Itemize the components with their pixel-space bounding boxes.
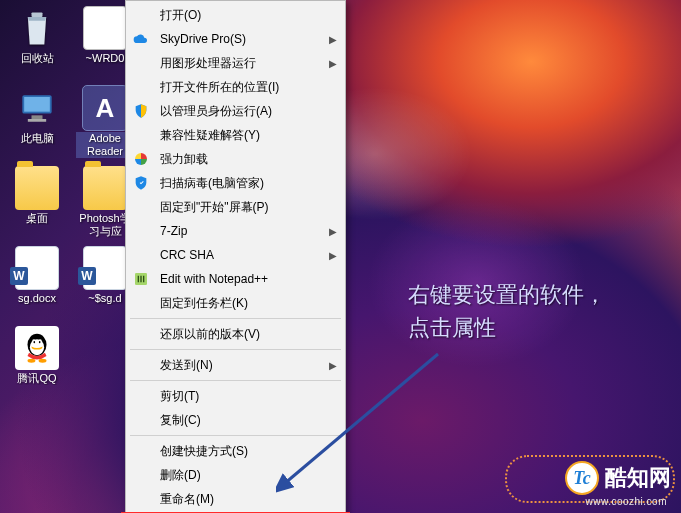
guard-icon xyxy=(132,174,150,192)
svg-rect-0 xyxy=(32,12,43,17)
document-icon xyxy=(83,6,127,50)
svg-rect-4 xyxy=(28,119,46,122)
icon-qq[interactable]: 腾讯QQ xyxy=(8,326,66,400)
menu-item-4[interactable]: 以管理员身份运行(A) xyxy=(126,99,345,123)
menu-item-14[interactable]: 还原以前的版本(V) xyxy=(126,322,345,346)
svg-rect-2 xyxy=(24,97,50,112)
annotation-line2: 点击属性 xyxy=(408,311,606,344)
menu-item-label: 打开(O) xyxy=(160,7,201,24)
word-doc-icon xyxy=(83,246,127,290)
menu-item-11[interactable]: Edit with Notepad++ xyxy=(126,267,345,291)
menu-item-label: 7-Zip xyxy=(160,224,187,238)
menu-item-23[interactable]: 重命名(M) xyxy=(126,487,345,511)
qq-icon xyxy=(15,326,59,370)
menu-item-16[interactable]: 发送到(N)▶ xyxy=(126,353,345,377)
svg-point-10 xyxy=(39,341,41,343)
menu-item-3[interactable]: 打开文件所在的位置(I) xyxy=(126,75,345,99)
menu-item-5[interactable]: 兼容性疑难解答(Y) xyxy=(126,123,345,147)
context-menu: 打开(O)SkyDrive Pro(S)▶用图形处理器运行▶打开文件所在的位置(… xyxy=(125,0,346,513)
chevron-right-icon: ▶ xyxy=(329,226,337,237)
shield-icon xyxy=(132,102,150,120)
watermark: Tc 酷知网 xyxy=(565,461,671,495)
folder-icon xyxy=(15,166,59,210)
menu-item-label: 以管理员身份运行(A) xyxy=(160,103,272,120)
chevron-right-icon: ▶ xyxy=(329,250,337,261)
watermark-url: www.coozhi.com xyxy=(586,496,667,507)
menu-item-21[interactable]: 创建快捷方式(S) xyxy=(126,439,345,463)
menu-item-1[interactable]: SkyDrive Pro(S)▶ xyxy=(126,27,345,51)
menu-item-label: 固定到"开始"屏幕(P) xyxy=(160,199,269,216)
word-doc-icon xyxy=(15,246,59,290)
menu-item-0[interactable]: 打开(O) xyxy=(126,3,345,27)
cloud-icon xyxy=(132,30,150,48)
menu-separator xyxy=(130,349,341,350)
folder-icon xyxy=(83,166,127,210)
desktop-icon-grid: 回收站 ~WRD0 此电脑 A Adobe Reader 桌面 Photosh学… xyxy=(8,6,134,400)
menu-item-label: 复制(C) xyxy=(160,412,201,429)
adobe-reader-icon: A xyxy=(83,86,127,130)
svg-point-9 xyxy=(34,341,36,343)
annotation-text: 右键要设置的软件， 点击属性 xyxy=(408,278,606,344)
menu-item-18[interactable]: 剪切(T) xyxy=(126,384,345,408)
menu-item-22[interactable]: 删除(D) xyxy=(126,463,345,487)
menu-item-label: 固定到任务栏(K) xyxy=(160,295,248,312)
icon-recycle-bin[interactable]: 回收站 xyxy=(8,6,66,80)
menu-item-10[interactable]: CRC SHA▶ xyxy=(126,243,345,267)
watermark-logo-icon: Tc xyxy=(565,461,599,495)
menu-item-8[interactable]: 固定到"开始"屏幕(P) xyxy=(126,195,345,219)
menu-item-label: 强力卸载 xyxy=(160,151,208,168)
menu-item-label: CRC SHA xyxy=(160,248,214,262)
annotation-line1: 右键要设置的软件， xyxy=(408,278,606,311)
menu-separator xyxy=(130,318,341,319)
watermark-brand: 酷知网 xyxy=(605,463,671,493)
icon-this-pc[interactable]: 此电脑 xyxy=(8,86,66,160)
svg-rect-3 xyxy=(32,115,43,119)
icon-label: 桌面 xyxy=(8,212,66,225)
menu-item-19[interactable]: 复制(C) xyxy=(126,408,345,432)
icon-label: 回收站 xyxy=(8,52,66,65)
menu-item-12[interactable]: 固定到任务栏(K) xyxy=(126,291,345,315)
icon-sg-docx[interactable]: sg.docx xyxy=(8,246,66,320)
menu-separator xyxy=(130,380,341,381)
menu-separator xyxy=(130,435,341,436)
svg-point-11 xyxy=(28,359,36,363)
icon-label: 此电脑 xyxy=(8,132,66,145)
menu-item-label: 删除(D) xyxy=(160,467,201,484)
menu-item-label: SkyDrive Pro(S) xyxy=(160,32,246,46)
menu-item-9[interactable]: 7-Zip▶ xyxy=(126,219,345,243)
colorwheel-icon xyxy=(132,150,150,168)
chevron-right-icon: ▶ xyxy=(329,58,337,69)
menu-item-label: 剪切(T) xyxy=(160,388,199,405)
menu-item-7[interactable]: 扫描病毒(电脑管家) xyxy=(126,171,345,195)
menu-item-label: 重命名(M) xyxy=(160,491,214,508)
menu-item-label: 还原以前的版本(V) xyxy=(160,326,260,343)
npp-icon xyxy=(132,270,150,288)
icon-label: 腾讯QQ xyxy=(8,372,66,385)
menu-item-label: 兼容性疑难解答(Y) xyxy=(160,127,260,144)
menu-item-2[interactable]: 用图形处理器运行▶ xyxy=(126,51,345,75)
chevron-right-icon: ▶ xyxy=(329,360,337,371)
menu-item-6[interactable]: 强力卸载 xyxy=(126,147,345,171)
menu-item-label: 打开文件所在的位置(I) xyxy=(160,79,279,96)
icon-label: sg.docx xyxy=(8,292,66,305)
recycle-bin-icon xyxy=(15,6,59,50)
menu-item-label: 扫描病毒(电脑管家) xyxy=(160,175,264,192)
menu-item-label: 发送到(N) xyxy=(160,357,213,374)
icon-desktop-folder[interactable]: 桌面 xyxy=(8,166,66,240)
svg-point-12 xyxy=(39,359,47,363)
menu-item-label: Edit with Notepad++ xyxy=(160,272,268,286)
chevron-right-icon: ▶ xyxy=(329,34,337,45)
menu-item-label: 创建快捷方式(S) xyxy=(160,443,248,460)
menu-item-label: 用图形处理器运行 xyxy=(160,55,256,72)
this-pc-icon xyxy=(15,86,59,130)
